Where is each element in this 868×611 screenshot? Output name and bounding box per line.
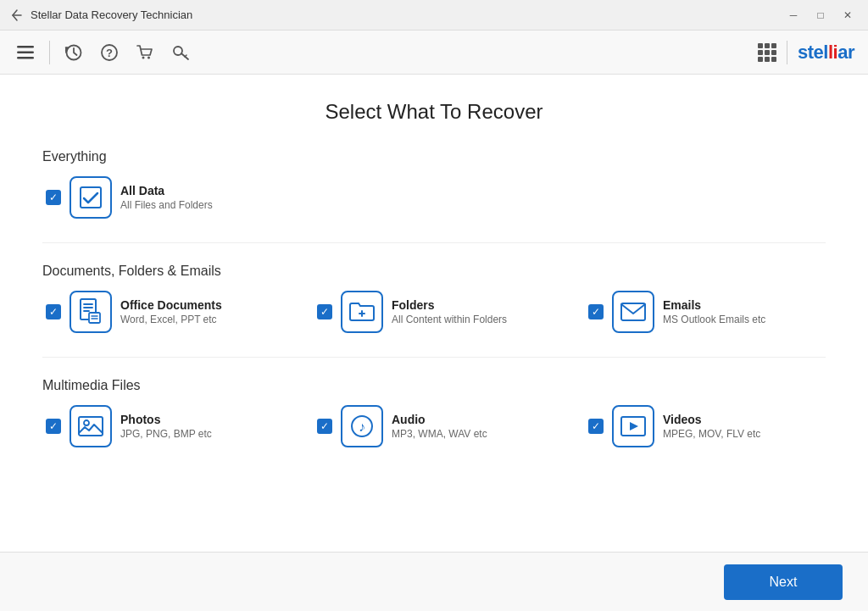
icon-box-videos [612,405,654,447]
maximize-button[interactable]: □ [810,5,831,25]
svg-text:?: ? [106,47,113,59]
item-all-data-name: All Data [120,184,213,197]
cart-icon[interactable] [133,41,157,64]
checkbox-audio[interactable]: ✓ [317,419,332,434]
section-multimedia: Multimedia Files ✓ Photos JPG, PNG, BMP … [42,378,826,447]
item-videos-name: Videos [663,413,760,426]
checkbox-emails[interactable]: ✓ [588,304,604,319]
item-folders-name: Folders [392,298,507,312]
item-photos: ✓ Photos JPG, PNG, BMP etc [46,405,283,447]
help-icon[interactable]: ? [97,41,121,64]
history-icon[interactable] [62,41,86,64]
icon-box-folders [341,291,383,333]
item-audio-desc: MP3, WMA, WAV etc [392,428,487,440]
item-emails-text: Emails MS Outlook Emails etc [663,298,765,325]
title-bar: Stellar Data Recovery Technician ─ □ ✕ [0,0,868,31]
bottom-bar: Next [0,552,868,611]
svg-text:♪: ♪ [359,419,365,434]
section-multimedia-items: ✓ Photos JPG, PNG, BMP etc ✓ [42,405,826,447]
toolbar: ? [0,31,868,75]
icon-box-photos [70,405,112,447]
checkbox-folders[interactable]: ✓ [317,304,332,319]
section-documents: Documents, Folders & Emails ✓ [42,264,826,333]
item-all-data: ✓ All Data All Files and Folders [46,176,826,219]
stellar-logo: stelliar [798,42,854,64]
icon-box-audio: ♪ [341,405,383,447]
item-videos-text: Videos MPEG, MOV, FLV etc [663,413,760,440]
checkbox-photos[interactable]: ✓ [46,419,61,434]
checkbox-all-data[interactable]: ✓ [46,190,61,205]
icon-box-all-data [70,176,112,219]
toolbar-right: stelliar [758,41,854,64]
svg-marker-27 [630,422,638,430]
item-office-docs-name: Office Documents [120,298,222,312]
svg-rect-2 [17,57,34,59]
title-bar-left: Stellar Data Recovery Technician [10,8,192,22]
section-everything-items: ✓ All Data All Files and Folders [42,176,826,219]
svg-point-8 [174,47,182,55]
item-videos-desc: MPEG, MOV, FLV etc [663,428,760,440]
section-multimedia-title: Multimedia Files [42,378,826,393]
item-audio: ✓ ♪ Audio MP3, WMA, WAV etc [317,405,554,447]
svg-rect-21 [621,303,645,320]
item-photos-desc: JPG, PNG, BMP etc [120,428,212,440]
app-back-icon [10,8,24,22]
window-controls: ─ □ ✕ [783,5,858,25]
svg-rect-1 [17,51,34,53]
item-videos: ✓ Videos MPEG, MOV, FLV etc [588,405,826,447]
item-audio-text: Audio MP3, WMA, WAV etc [392,413,487,440]
window-title: Stellar Data Recovery Technician [31,8,192,21]
main-content: Select What To Recover Everything ✓ All … [0,75,868,552]
icon-box-emails [612,291,654,333]
key-icon[interactable] [169,41,192,64]
minimize-button[interactable]: ─ [783,5,804,25]
next-button[interactable]: Next [724,564,843,600]
section-everything-title: Everything [42,149,826,164]
divider-1 [42,242,826,243]
item-emails-desc: MS Outlook Emails etc [663,314,765,325]
icon-box-office-docs [70,291,112,333]
toolbar-right-divider [787,41,787,64]
svg-line-10 [185,55,186,57]
item-office-docs-desc: Word, Excel, PPT etc [120,314,222,325]
checkbox-office-docs[interactable]: ✓ [46,304,61,319]
toolbar-left: ? [14,41,192,64]
svg-rect-16 [89,313,100,323]
page-title: Select What To Recover [42,100,826,124]
item-audio-name: Audio [392,413,487,426]
item-emails: ✓ Emails MS Outlook Emails etc [588,291,826,333]
svg-rect-22 [79,417,103,436]
section-everything: Everything ✓ All Data All Files and Fold… [42,149,826,219]
svg-point-6 [142,56,145,58]
checkbox-videos[interactable]: ✓ [588,419,604,434]
item-folders: ✓ Folders All Content within Folders [317,291,554,333]
svg-point-23 [84,420,89,425]
item-office-docs-text: Office Documents Word, Excel, PPT etc [120,298,222,325]
toolbar-divider [49,41,50,64]
divider-2 [42,357,826,358]
apps-grid-icon[interactable] [758,43,776,62]
section-documents-title: Documents, Folders & Emails [42,264,826,279]
item-all-data-text: All Data All Files and Folders [120,184,213,211]
close-button[interactable]: ✕ [837,5,858,25]
item-emails-name: Emails [663,298,765,312]
item-folders-desc: All Content within Folders [392,314,507,325]
svg-point-7 [147,56,150,58]
hamburger-menu-icon[interactable] [14,41,37,64]
item-office-docs: ✓ Office Documents Word, Excel, [46,291,283,333]
svg-rect-0 [17,46,34,48]
section-documents-items: ✓ Office Documents Word, Excel, [42,291,826,333]
item-photos-text: Photos JPG, PNG, BMP etc [120,413,212,440]
item-photos-name: Photos [120,413,212,426]
item-folders-text: Folders All Content within Folders [392,298,507,325]
item-all-data-desc: All Files and Folders [120,199,213,211]
